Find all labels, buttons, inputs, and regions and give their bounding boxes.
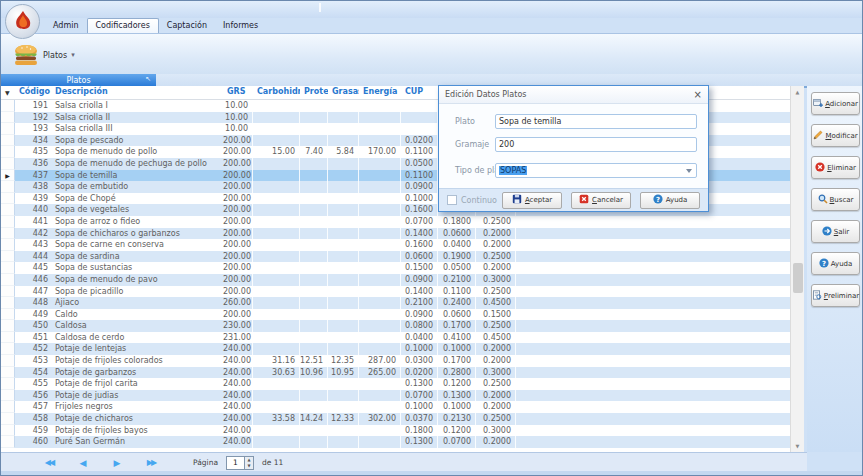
table-row[interactable]: 452Potaje de lentejas240.000.10000.10000…: [1, 343, 790, 355]
cell-carbohidratos: [253, 425, 300, 437]
tab-informes[interactable]: Informes: [215, 19, 266, 33]
tab-admin[interactable]: Admin: [45, 19, 87, 33]
cell-grasas: [328, 251, 359, 263]
close-icon[interactable]: ×: [694, 90, 702, 100]
cell-proteinas: 12.51: [300, 355, 328, 367]
dialog-cancelar-button[interactable]: Cancelar: [571, 192, 631, 209]
cell-energia: [359, 320, 401, 332]
cell-descripcion: Caldo: [51, 309, 223, 321]
dialog-ayuda-button[interactable]: ?Ayuda: [640, 192, 700, 209]
continuo-checkbox[interactable]: [447, 195, 457, 205]
table-row[interactable]: 456Potaje de judias240.000.07000.13000.2…: [1, 390, 790, 402]
gramaje-input[interactable]: 200: [495, 137, 697, 152]
cell-proteinas: [300, 390, 328, 402]
cell-grs: 231.00: [223, 332, 253, 344]
table-row[interactable]: 457Frijoles negros240.000.10000.10000.20…: [1, 401, 790, 413]
tipo-plato-select[interactable]: SOPAS: [495, 163, 697, 178]
ayuda-button[interactable]: ?Ayuda: [811, 252, 860, 275]
buscar-button[interactable]: Buscar: [811, 188, 860, 211]
table-row[interactable]: 454Potaje de garbanzos240.0030.6310.9610…: [1, 367, 790, 379]
cell-energia: 265.00: [359, 367, 401, 379]
prev-page-button[interactable]: ◀: [73, 458, 93, 468]
cell-proteinas: [300, 123, 328, 135]
cell-cup: 0.0200: [401, 367, 438, 379]
cell-grasas: [328, 112, 359, 124]
table-row[interactable]: 449Caldo200.000.09000.06000.1500: [1, 309, 790, 321]
table-row[interactable]: 446Sopa de menudo de pavo200.000.09000.2…: [1, 274, 790, 286]
cell-carbohidratos: [253, 123, 300, 135]
column-header-carbohidratos[interactable]: Carbohidratos: [253, 86, 300, 99]
column-header-sel[interactable]: ▼: [1, 86, 15, 99]
table-row[interactable]: 442Sopa de chicharos o garbanzos200.000.…: [1, 228, 790, 240]
column-header-proteinas[interactable]: Proteínas: [300, 86, 328, 99]
spinner-arrows[interactable]: ▲▼: [244, 457, 253, 469]
chevron-down-icon[interactable]: [686, 169, 692, 173]
cell-grs: 200.00: [223, 135, 253, 147]
table-row[interactable]: 448Ajiaco260.000.21000.24000.4500: [1, 297, 790, 309]
tab-captación[interactable]: Captación: [159, 19, 215, 33]
scrollbar-thumb[interactable]: [793, 263, 803, 293]
table-row[interactable]: 447Sopa de picadillo200.000.14000.11000.…: [1, 286, 790, 298]
cell-energia: [359, 158, 401, 170]
page-number-spinner[interactable]: 1 ▲▼: [226, 456, 254, 470]
table-row[interactable]: 451Caldosa de cerdo231.000.04000.41000.4…: [1, 332, 790, 344]
column-header-energia[interactable]: Energía: [359, 86, 401, 99]
dialog-aceptar-button[interactable]: Aceptar: [502, 192, 562, 209]
tab-codificadores[interactable]: Codificadores: [87, 18, 159, 33]
cell-codigo: 436: [15, 158, 51, 170]
table-row[interactable]: 455Potaje de frijol carita240.000.13000.…: [1, 378, 790, 390]
cell-codigo: 456: [15, 390, 51, 402]
scroll-down-arrow[interactable]: ▼: [791, 440, 804, 452]
cell-col10: 0.4500: [476, 332, 516, 344]
platos-button[interactable]: Platos ▾: [8, 37, 98, 73]
cell-col10: 0.2500: [476, 286, 516, 298]
table-row[interactable]: 459Potaje de frijoles bayos240.000.18000…: [1, 425, 790, 437]
panel-caption[interactable]: Platos ↖: [1, 74, 156, 86]
cell-carbohidratos: [253, 251, 300, 263]
cell-energia: [359, 309, 401, 321]
table-row[interactable]: 460Puré San Germán240.000.13000.07000.20…: [1, 436, 790, 448]
adicionar-button[interactable]: Adicionar: [811, 92, 860, 115]
page-number-value: 1: [227, 457, 244, 469]
delete-icon: [815, 162, 825, 174]
column-header-descripcion[interactable]: Descripción: [51, 86, 223, 99]
app-menu-button[interactable]: [5, 4, 40, 39]
column-header-codigo[interactable]: Código: [15, 86, 51, 99]
salir-button[interactable]: Salir: [811, 220, 860, 243]
scroll-up-arrow[interactable]: ▲: [791, 86, 804, 98]
cell-col9: 0.1700: [438, 320, 476, 332]
table-row[interactable]: 453Potaje de frijoles colorados240.0031.…: [1, 355, 790, 367]
table-row[interactable]: 450Caldosa230.000.08000.17000.2500: [1, 320, 790, 332]
column-header-grasas[interactable]: Grasas: [328, 86, 359, 99]
table-row[interactable]: 444Sopa de sardina200.000.06000.19000.25…: [1, 251, 790, 263]
table-row[interactable]: 458Potaje de chicharos240.0033.5814.2412…: [1, 413, 790, 425]
cell-cup: 0.1100: [401, 170, 438, 182]
modificar-button[interactable]: Modificar: [811, 124, 860, 147]
column-header-cup[interactable]: CUP: [401, 86, 438, 99]
next-page-button[interactable]: ▶: [107, 458, 127, 468]
cell-energia: 287.00: [359, 355, 401, 367]
dialog-buttons: AceptarCancelar?Ayuda: [502, 192, 700, 209]
cell-col10: 0.2000: [476, 343, 516, 355]
table-row[interactable]: 443Sopa de carne en conserva200.000.1600…: [1, 239, 790, 251]
cell-energia: [359, 343, 401, 355]
eliminar-button[interactable]: Eliminar: [811, 156, 860, 179]
cell-cup: 0.1800: [401, 425, 438, 437]
column-header-grs[interactable]: GRS: [223, 86, 253, 99]
cell-proteinas: [300, 100, 328, 112]
cell-grs: 240.00: [223, 355, 253, 367]
vertical-scrollbar[interactable]: ▲ ▼: [790, 86, 804, 452]
spin-down-icon[interactable]: ▼: [245, 463, 253, 469]
cell-cup: 0.0500: [401, 158, 438, 170]
preliminar-button[interactable]: Preliminar: [811, 284, 860, 307]
table-row[interactable]: 441Sopa de arroz o fideo200.000.07000.18…: [1, 216, 790, 228]
table-row[interactable]: 445Sopa de sustancias200.000.15000.05000…: [1, 262, 790, 274]
cell-cup: 0.2100: [401, 297, 438, 309]
cell-grs: 200.00: [223, 286, 253, 298]
cell-col10: 0.2000: [476, 436, 516, 448]
last-page-button[interactable]: ▶▶: [141, 458, 161, 467]
cell-col10: 0.2000: [476, 239, 516, 251]
cell-col9: 0.1000: [438, 343, 476, 355]
first-page-button[interactable]: ◀◀: [39, 458, 59, 467]
plato-input[interactable]: Sopa de temilla: [495, 114, 697, 129]
